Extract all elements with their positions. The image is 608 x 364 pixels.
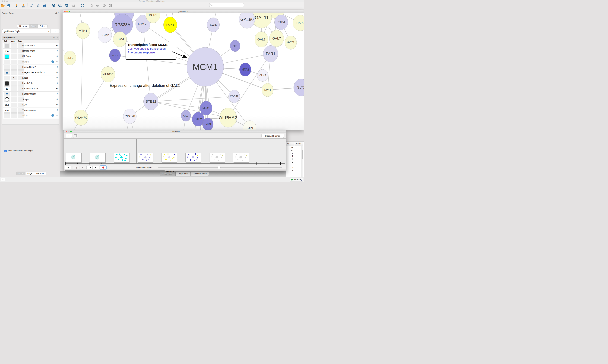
mapping-value-cell[interactable] <box>11 81 17 86</box>
timeline-scrollbar[interactable] <box>64 169 286 171</box>
mapping-value-cell[interactable] <box>11 92 17 96</box>
property-row-shape[interactable]: Shape◀ <box>3 97 59 102</box>
property-row-label-color[interactable]: Label Color◀ <box>3 81 59 86</box>
property-row-border-width[interactable]: 2.0Border Width◀ <box>3 48 59 54</box>
style-selector-dropdown[interactable]: galFiltered Style▼ <box>2 29 51 33</box>
default-value-cell[interactable] <box>4 43 10 48</box>
network-window-titlebar[interactable]: galFiltered.sif <box>63 10 304 13</box>
default-value-cell[interactable]: 50.0 <box>4 103 10 107</box>
tab-network[interactable]: Network <box>17 24 29 28</box>
default-value-cell[interactable] <box>4 92 10 96</box>
table-cell[interactable]: 2 <box>286 164 293 166</box>
default-value-cell[interactable]: 12 <box>4 87 10 91</box>
expand-all-icon[interactable]: » <box>53 37 55 38</box>
default-value-cell[interactable] <box>4 70 10 75</box>
expand-row-icon[interactable]: ◀ <box>56 109 57 111</box>
show-panels-button list-icon[interactable]: ≡ <box>1 178 5 181</box>
add-frame-button[interactable]: + <box>66 134 72 138</box>
search-input[interactable] <box>213 3 243 7</box>
float-panel-icon[interactable]: ❐ <box>55 12 57 14</box>
default-value-cell[interactable]: 2.0 <box>4 49 10 53</box>
export-table-button[interactable] <box>36 3 41 8</box>
timeline-playhead[interactable] <box>136 139 137 163</box>
lock-checkbox[interactable]: ✓ <box>4 150 7 152</box>
frame-thumbnail-7[interactable] <box>233 153 249 162</box>
frame-thumbnail-1[interactable] <box>90 153 105 162</box>
property-row-size[interactable]: 50.0Size◀ <box>3 102 59 108</box>
slider-thumb[interactable] <box>218 166 221 169</box>
expand-row-icon[interactable]: ◀ <box>56 98 57 100</box>
refresh-layout-button[interactable] <box>81 3 85 8</box>
network-canvas[interactable]: GAL11GAL80RPS28ADMC1DCP1MTH1LSM2LSM4SNF3… <box>63 13 304 130</box>
table-cell[interactable]: 2 <box>286 158 293 160</box>
export-image-button[interactable] <box>42 3 47 8</box>
export-network-button[interactable] <box>29 3 34 8</box>
lock-node-size-row[interactable]: ✓Lock node width and height <box>4 149 33 152</box>
property-row-border-paint[interactable]: Border Paint◀ <box>3 43 59 49</box>
frame-thumbnail-2[interactable] <box>114 153 129 162</box>
table-cell[interactable]: 25 <box>286 149 293 152</box>
table-cell[interactable]: 2 <box>286 166 293 169</box>
import-table-button[interactable] <box>21 3 26 8</box>
search-web-button houses-icon[interactable] <box>95 3 100 8</box>
tab-edge-table[interactable]: Edge Table <box>175 172 191 176</box>
mapping-value-cell[interactable] <box>11 70 17 75</box>
stop-button[interactable]: ■ <box>80 166 86 169</box>
open-session-button folder-icon[interactable] <box>1 3 5 8</box>
clear-all-frames-button[interactable]: Clear All Frames <box>262 134 284 138</box>
close-panel-icon[interactable]: ✕ <box>58 12 59 14</box>
timeline[interactable]: 0123456789 Seconds <box>64 139 286 165</box>
property-row-label-position[interactable]: Label Position◀ <box>3 91 59 97</box>
expand-row-icon[interactable]: ◀ <box>56 93 57 95</box>
mapping-value-cell[interactable] <box>11 87 17 91</box>
expand-row-icon[interactable]: ◀ <box>56 87 57 89</box>
mapping-value-cell[interactable] <box>11 43 17 48</box>
pause-button[interactable]: ❙❙ <box>73 166 79 169</box>
animation-speed-slider[interactable] <box>158 167 282 168</box>
default-value-cell[interactable] <box>4 76 10 80</box>
network-overview-button donut-icon[interactable] <box>108 3 113 8</box>
expand-row-icon[interactable]: ◀ <box>56 61 57 62</box>
tab-edge[interactable]: Edge <box>25 171 34 175</box>
skip-to-start-button[interactable]: ❙◀ <box>86 166 93 169</box>
frame-thumbnail-5[interactable] <box>185 153 201 162</box>
default-value-cell[interactable] <box>4 54 10 59</box>
expand-row-icon[interactable]: ◀ <box>56 50 57 52</box>
expand-row-icon[interactable]: ◀ <box>56 71 57 73</box>
zoom-in-button[interactable] <box>52 3 56 8</box>
tab-select[interactable]: Select <box>38 24 47 28</box>
collapse-all-icon[interactable]: » <box>56 37 59 38</box>
default-value-cell[interactable] <box>4 97 10 102</box>
property-row-height[interactable]: Heighti◀ <box>3 59 59 65</box>
table-cell[interactable]: 2 <box>286 152 293 155</box>
tab-node[interactable]: Node <box>16 171 25 175</box>
property-row-label-font-size[interactable]: 12Label Font Size◀ <box>3 86 59 91</box>
import-network-button[interactable] <box>14 3 19 8</box>
mapping-value-cell[interactable] <box>11 113 17 118</box>
save-session-button floppy-icon[interactable] <box>6 3 11 8</box>
frame-thumbnail-3[interactable] <box>138 153 153 162</box>
skip-to-end-button[interactable]: ▶❙ <box>93 166 99 169</box>
table-cell[interactable]: 2 <box>286 161 293 163</box>
property-row-width[interactable]: Widthi◀ <box>3 113 59 118</box>
tab-network[interactable]: Network <box>34 171 46 175</box>
property-row-fill-color[interactable]: Fill Color◀ <box>3 54 59 59</box>
expand-row-icon[interactable]: ◀ <box>56 114 57 116</box>
mapping-value-cell[interactable]: ⋮› <box>11 76 17 80</box>
style-options-dropdown[interactable]: ▼ <box>51 29 60 33</box>
default-value-cell[interactable]: 255 <box>4 108 10 113</box>
property-row-image-chart-position-1[interactable]: Image/Chart Position 1◀ <box>3 70 59 76</box>
table-column-header[interactable]: Stres <box>295 142 303 146</box>
mapping-value-cell[interactable] <box>11 49 17 53</box>
expand-row-icon[interactable]: ◀ <box>56 77 57 78</box>
record-button[interactable] <box>100 166 106 169</box>
play-button[interactable]: ▶ <box>65 166 71 169</box>
table-cell[interactable]: 26 <box>286 146 293 149</box>
expand-row-icon[interactable]: ◀ <box>56 104 57 105</box>
memory-button[interactable]: Memory <box>290 178 303 182</box>
table-column-header[interactable]: ity <box>286 142 294 146</box>
tab-network-table[interactable]: Network Table <box>191 172 209 176</box>
property-row-label[interactable]: ⋮›Label◀ <box>3 75 59 81</box>
cyanimator-titlebar[interactable]: CyAnimator <box>64 130 286 133</box>
hide-graphics-details-button eye-slash-icon[interactable] <box>102 3 106 8</box>
